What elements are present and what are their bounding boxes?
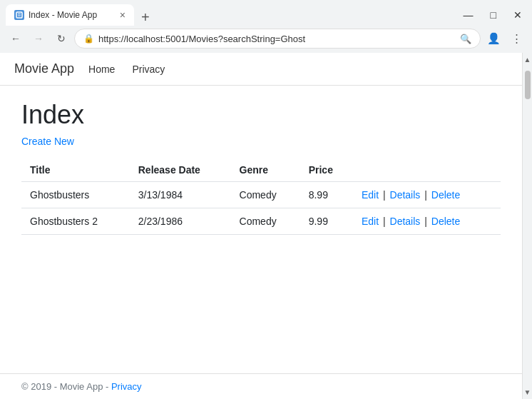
col-header-price: Price <box>300 158 353 182</box>
site-brand[interactable]: Movie App <box>14 61 74 76</box>
profile-button[interactable]: 👤 <box>484 29 503 49</box>
sep1: | <box>380 189 388 201</box>
sep3: | <box>380 216 388 227</box>
browser-chrome: Index - Movie App × + — □ ✕ ← → ↻ 🔒 http… <box>0 0 532 53</box>
scroll-track[interactable] <box>523 66 532 385</box>
table-body: Ghostbusters 3/13/1984 Comedy 8.99 Edit … <box>21 182 501 235</box>
row2-price: 9.99 <box>300 208 353 235</box>
menu-button[interactable]: ⋮ <box>506 29 526 49</box>
svg-rect-0 <box>16 12 22 18</box>
forward-button[interactable]: → <box>29 29 48 49</box>
tab-area: Index - Movie App × + <box>6 4 154 26</box>
lock-icon: 🔒 <box>83 34 94 44</box>
tab-title: Index - Movie App <box>29 10 97 20</box>
row1-details-link[interactable]: Details <box>390 189 421 201</box>
row1-release-date: 3/13/1984 <box>130 182 231 208</box>
url-box[interactable]: 🔒 https://localhost:5001/Movies?searchSt… <box>74 29 481 49</box>
url-search-icon: 🔍 <box>460 34 471 44</box>
back-button[interactable]: ← <box>6 29 26 49</box>
footer-text: © 2019 - Movie App - <box>21 381 108 392</box>
forward-arrow-icon: → <box>34 33 44 44</box>
browser-tab[interactable]: Index - Movie App × <box>6 4 134 26</box>
footer-privacy-link[interactable]: Privacy <box>111 381 142 392</box>
title-bar: Index - Movie App × + — □ ✕ <box>0 0 532 26</box>
row2-title: Ghostbusters 2 <box>21 208 130 235</box>
create-new-link[interactable]: Create New <box>21 136 74 147</box>
url-text: https://localhost:5001/Movies?searchStri… <box>98 34 456 44</box>
tab-favicon <box>14 10 24 20</box>
row1-genre: Comedy <box>231 182 300 208</box>
refresh-button[interactable]: ↻ <box>51 29 71 49</box>
tab-close-button[interactable]: × <box>120 10 126 20</box>
maximize-button[interactable]: □ <box>486 8 501 22</box>
back-arrow-icon: ← <box>11 33 21 44</box>
row2-release-date: 2/23/1986 <box>130 208 231 235</box>
close-button[interactable]: ✕ <box>509 8 526 22</box>
row2-delete-link[interactable]: Delete <box>431 216 460 227</box>
site-nav: Movie App Home Privacy <box>0 53 522 86</box>
table-header-row: Title Release Date Genre Price <box>21 158 501 182</box>
scroll-down-button[interactable]: ▼ <box>524 385 531 399</box>
scroll-thumb[interactable] <box>525 71 531 99</box>
table-header: Title Release Date Genre Price <box>21 158 501 182</box>
minimize-button[interactable]: — <box>459 8 478 22</box>
main-content: Index Create New Title Release Date Genr… <box>0 86 522 249</box>
svg-rect-1 <box>18 14 21 14</box>
row1-edit-link[interactable]: Edit <box>362 189 379 201</box>
nav-privacy-link[interactable]: Privacy <box>129 62 168 76</box>
scrollbar[interactable]: ▲ ▼ <box>522 53 532 399</box>
site-footer: © 2019 - Movie App - Privacy <box>0 373 522 399</box>
new-tab-button[interactable]: + <box>137 9 154 26</box>
row1-delete-link[interactable]: Delete <box>431 189 460 201</box>
col-header-actions <box>353 158 501 182</box>
movies-table: Title Release Date Genre Price Ghostbust… <box>21 158 501 235</box>
sep2: | <box>421 189 429 201</box>
page-wrapper: Movie App Home Privacy Index Create New … <box>0 53 532 399</box>
address-bar: ← → ↻ 🔒 https://localhost:5001/Movies?se… <box>0 26 532 53</box>
row1-title: Ghostbusters <box>21 182 130 208</box>
table-row: Ghostbusters 2 2/23/1986 Comedy 9.99 Edi… <box>21 208 501 235</box>
col-header-release-date: Release Date <box>130 158 231 182</box>
row1-price: 8.99 <box>300 182 353 208</box>
nav-home-link[interactable]: Home <box>86 62 118 76</box>
sep4: | <box>421 216 429 227</box>
refresh-icon: ↻ <box>57 33 66 44</box>
page-content: Movie App Home Privacy Index Create New … <box>0 53 522 399</box>
profile-icon: 👤 <box>487 32 501 45</box>
row2-details-link[interactable]: Details <box>390 216 421 227</box>
row2-actions: Edit | Details | Delete <box>353 208 501 235</box>
toolbar-icons: 👤 ⋮ <box>484 29 526 49</box>
col-header-title: Title <box>21 158 130 182</box>
col-header-genre: Genre <box>231 158 300 182</box>
table-row: Ghostbusters 3/13/1984 Comedy 8.99 Edit … <box>21 182 501 208</box>
page-title: Index <box>21 100 501 130</box>
svg-rect-2 <box>18 16 21 16</box>
row2-edit-link[interactable]: Edit <box>362 216 379 227</box>
row2-genre: Comedy <box>231 208 300 235</box>
menu-dots-icon: ⋮ <box>511 32 522 45</box>
window-controls: — □ ✕ <box>459 8 526 22</box>
row1-actions: Edit | Details | Delete <box>353 182 501 208</box>
scroll-up-button[interactable]: ▲ <box>524 53 531 66</box>
